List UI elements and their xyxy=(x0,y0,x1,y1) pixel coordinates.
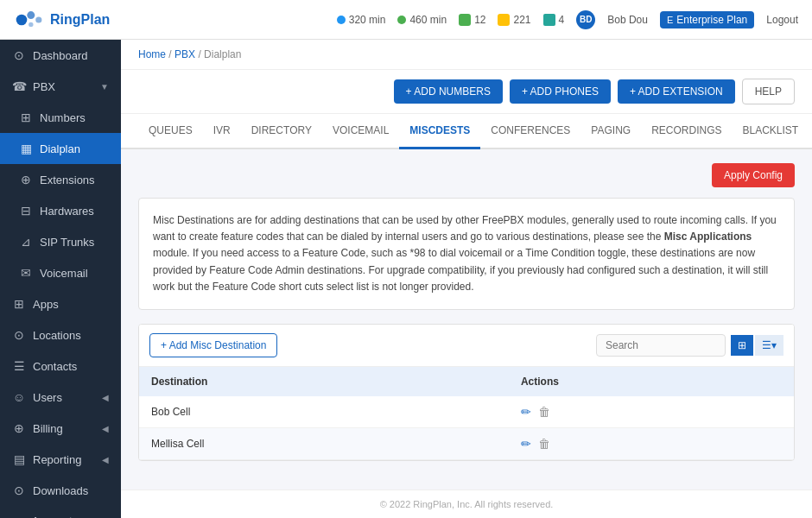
help-button[interactable]: HELP xyxy=(742,79,795,104)
sidebar-item-downloads[interactable]: ⊙ Downloads xyxy=(0,475,121,506)
sidebar-label-reporting: Reporting xyxy=(33,453,81,466)
sidebar-item-account-settings[interactable]: ⚙ Account Settings xyxy=(0,506,121,518)
stat-other: 4 xyxy=(543,14,565,26)
info-box: Misc Destinations are for adding destina… xyxy=(138,198,795,310)
stat-count-value: 221 xyxy=(513,14,530,26)
sidebar-item-dialplan[interactable]: ▦ Dialplan xyxy=(0,133,121,164)
edit-icon[interactable]: ✏ xyxy=(521,405,531,419)
user-avatar: BD xyxy=(576,10,595,29)
tab-miscdests[interactable]: MISCDESTS xyxy=(399,114,480,149)
stat-calls-in: 320 min xyxy=(337,14,386,26)
stat-calls-out: 460 min xyxy=(397,14,447,26)
grid-view-button[interactable]: ⊞ xyxy=(731,335,753,356)
sidebar-item-voicemail[interactable]: ✉ Voicemail xyxy=(0,257,121,288)
col-destination: Destination xyxy=(139,367,509,396)
sidebar-item-sip-trunks[interactable]: ⊿ SIP Trunks xyxy=(0,226,121,257)
table-row: Bob Cell ✏ 🗑 xyxy=(139,396,794,428)
add-numbers-button[interactable]: + ADD NUMBERS xyxy=(394,79,503,104)
tab-blacklist[interactable]: BLACKLIST xyxy=(732,114,809,149)
add-phones-button[interactable]: + ADD PHONES xyxy=(510,79,611,104)
breadcrumb: Home / PBX / Dialplan xyxy=(121,40,812,70)
sip-trunks-icon: ⊿ xyxy=(19,235,33,249)
sidebar-label-dashboard: Dashboard xyxy=(33,49,88,62)
sidebar-label-extensions: Extensions xyxy=(40,174,95,186)
sidebar-item-dashboard[interactable]: ⊙ Dashboard xyxy=(0,40,121,71)
sidebar-label-downloads: Downloads xyxy=(33,484,88,497)
footer-text: © 2022 RingPlan, Inc. All rights reserve… xyxy=(380,499,554,509)
actions-cell: ✏ 🗑 xyxy=(509,427,794,459)
edit-icon[interactable]: ✏ xyxy=(521,437,531,451)
tab-paging[interactable]: PAGING xyxy=(580,114,641,149)
action-icons: ✏ 🗑 xyxy=(521,437,782,451)
stat-dot-teal xyxy=(543,14,555,26)
sidebar-label-voicemail: Voicemail xyxy=(40,267,88,280)
sidebar-item-billing[interactable]: ⊕ Billing ◀ xyxy=(0,413,121,444)
sidebar-item-users[interactable]: ☺ Users ◀ xyxy=(0,382,121,413)
logout-button[interactable]: Logout xyxy=(766,14,798,26)
search-input[interactable] xyxy=(596,334,726,357)
users-icon: ☺ xyxy=(12,390,26,404)
breadcrumb-home[interactable]: Home xyxy=(138,48,166,60)
sidebar-label-account-settings: Account Settings xyxy=(32,515,109,518)
delete-icon[interactable]: 🗑 xyxy=(538,437,550,451)
content-area: Home / PBX / Dialplan + ADD NUMBERS + AD… xyxy=(121,40,812,518)
sidebar-item-pbx[interactable]: ☎ PBX ▼ xyxy=(0,71,121,102)
list-view-button[interactable]: ☰▾ xyxy=(755,335,783,356)
sidebar-label-apps: Apps xyxy=(33,298,59,311)
breadcrumb-pbx[interactable]: PBX xyxy=(174,48,195,60)
sidebar-item-reporting[interactable]: ▤ Reporting ◀ xyxy=(0,444,121,475)
sidebar-label-users: Users xyxy=(33,391,62,404)
sidebar-label-sip-trunks: SIP Trunks xyxy=(40,236,94,249)
tabs: QUEUES IVR DIRECTORY VOICEMAIL MISCDESTS… xyxy=(121,114,812,149)
billing-icon: ⊕ xyxy=(12,421,26,435)
extensions-icon: ⊕ xyxy=(19,173,33,186)
numbers-icon: ⊞ xyxy=(19,111,33,124)
dashboard-icon: ⊙ xyxy=(12,48,26,62)
info-bold-1: Misc Applications xyxy=(664,231,752,243)
sidebar-item-apps[interactable]: ⊞ Apps xyxy=(0,288,121,319)
hardwares-icon: ⊟ xyxy=(19,204,33,218)
sidebar: ⊙ Dashboard ☎ PBX ▼ ⊞ Numbers ▦ Dialplan… xyxy=(0,40,121,518)
locations-icon: ⊙ xyxy=(12,328,26,342)
reporting-icon: ▤ xyxy=(12,452,26,466)
sidebar-item-locations[interactable]: ⊙ Locations xyxy=(0,319,121,351)
billing-arrow-icon: ◀ xyxy=(102,424,109,433)
stat-calls-out-value: 460 min xyxy=(409,14,447,26)
action-icons: ✏ 🗑 xyxy=(521,405,782,419)
stat-dot-green2 xyxy=(459,14,471,26)
stat-online-value: 12 xyxy=(474,14,485,26)
destination-cell: Bob Cell xyxy=(139,396,509,428)
add-extension-button[interactable]: + ADD EXTENSION xyxy=(618,79,735,104)
tab-voicemail[interactable]: VOICEMAIL xyxy=(322,114,399,149)
info-text-2: module. If you need access to a Feature … xyxy=(153,247,768,292)
delete-icon[interactable]: 🗑 xyxy=(538,405,550,419)
tab-recordings[interactable]: RECORDINGS xyxy=(641,114,732,149)
view-buttons: ⊞ ☰▾ xyxy=(731,335,783,356)
sidebar-item-numbers[interactable]: ⊞ Numbers xyxy=(0,102,121,133)
stat-dot-green xyxy=(397,16,406,24)
sidebar-item-contacts[interactable]: ☰ Contacts xyxy=(0,351,121,382)
svg-point-3 xyxy=(29,22,33,26)
apply-config-button[interactable]: Apply Config xyxy=(712,163,795,187)
svg-point-2 xyxy=(35,16,41,22)
sidebar-label-locations: Locations xyxy=(33,329,81,342)
actions-cell: ✏ 🗑 xyxy=(509,396,794,428)
sidebar-label-hardwares: Hardwares xyxy=(40,205,94,218)
apply-config-row: Apply Config xyxy=(138,163,795,187)
main-layout: ⊙ Dashboard ☎ PBX ▼ ⊞ Numbers ▦ Dialplan… xyxy=(0,40,812,518)
logo-text: RingPlan xyxy=(50,12,110,28)
tab-conferences[interactable]: CONFERENCES xyxy=(480,114,580,149)
sidebar-item-extensions[interactable]: ⊕ Extensions xyxy=(0,164,121,195)
tab-queues[interactable]: QUEUES xyxy=(138,114,203,149)
top-header: RingPlan 320 min 460 min 12 221 4 BD Bob… xyxy=(0,0,812,40)
stat-calls-in-value: 320 min xyxy=(349,14,386,26)
logo: RingPlan xyxy=(14,4,110,35)
voicemail-icon: ✉ xyxy=(19,266,33,280)
add-misc-destination-button[interactable]: + Add Misc Destination xyxy=(149,333,277,357)
sidebar-label-pbx: PBX xyxy=(33,80,55,93)
destinations-table: Destination Actions Bob Cell ✏ 🗑 Mellisa… xyxy=(139,367,794,460)
tab-directory[interactable]: DIRECTORY xyxy=(241,114,322,149)
tab-ivr[interactable]: IVR xyxy=(203,114,241,149)
tab-ringgroups[interactable]: RINGGROUPS xyxy=(809,114,812,149)
sidebar-item-hardwares[interactable]: ⊟ Hardwares xyxy=(0,195,121,226)
